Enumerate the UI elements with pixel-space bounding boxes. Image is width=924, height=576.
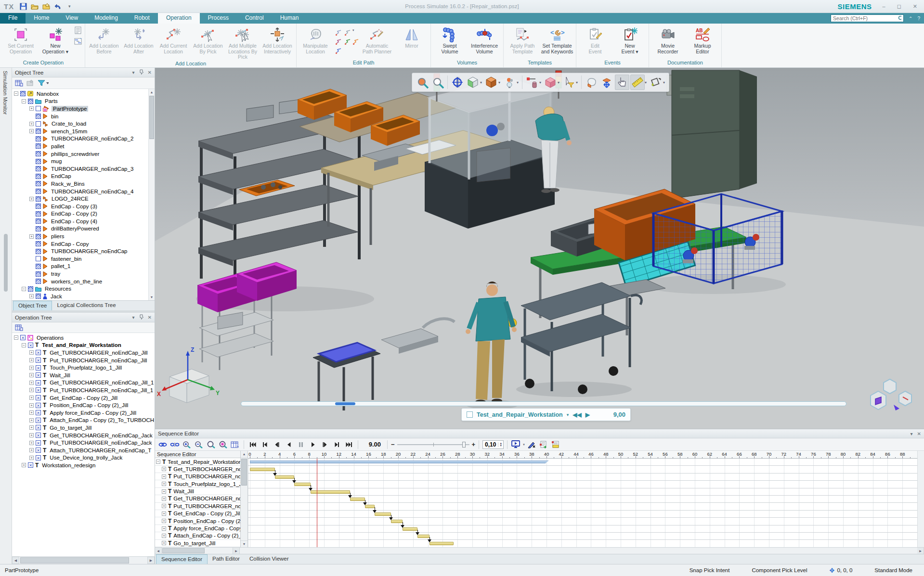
- left-dock-hscrollbar[interactable]: ◀ ▶: [12, 556, 155, 564]
- pause-icon[interactable]: [296, 440, 306, 449]
- object-tree-item[interactable]: EndCap - Copy (2): [12, 210, 148, 218]
- object-tree-item[interactable]: +pliers: [12, 232, 148, 240]
- operation-tree-item[interactable]: −Operations: [12, 334, 155, 342]
- expander-icon[interactable]: +: [162, 482, 166, 486]
- panel-menu-icon[interactable]: ▾: [132, 315, 135, 320]
- center-target-icon[interactable]: [450, 75, 465, 90]
- dropdown-caret-icon[interactable]: ▾: [539, 80, 541, 85]
- pick-filter-icon[interactable]: [561, 75, 576, 90]
- visibility-checkbox[interactable]: [36, 234, 41, 239]
- skip-end-icon[interactable]: [344, 440, 354, 449]
- flip-locations-icon[interactable]: [334, 28, 343, 37]
- apply-template-button[interactable]: Apply Path Template: [506, 25, 539, 59]
- sequence-row[interactable]: +TPut_TURBOCHARGER_noEndCap_Jill: [155, 473, 240, 480]
- object-tree-item[interactable]: +Crate_to_load: [12, 120, 148, 128]
- reverse-path-icon[interactable]: [343, 28, 352, 37]
- loc-multi-button[interactable]: Add Multiple Locations By Pick: [226, 25, 260, 60]
- object-tree-item[interactable]: +MPartPrototype: [12, 105, 148, 113]
- chevron-down-icon[interactable]: ▾: [567, 412, 569, 417]
- gantt-bar[interactable]: [350, 498, 365, 501]
- expander-icon[interactable]: −: [14, 91, 18, 96]
- expander-icon[interactable]: −: [22, 99, 26, 103]
- step-back-icon[interactable]: [272, 440, 282, 449]
- pin-icon[interactable]: [139, 69, 143, 76]
- visibility-checkbox[interactable]: [36, 365, 41, 371]
- operation-tree-item[interactable]: +TAttach_EndCap - Copy (2)_To_TURBOCH: [12, 417, 155, 424]
- visibility-checkbox[interactable]: [36, 448, 41, 453]
- visibility-checkbox[interactable]: [36, 380, 41, 385]
- set-template-button[interactable]: <>Set Template and Keywords: [540, 25, 574, 59]
- operation-tree-item[interactable]: +TPut_TURBOCHARGER_noEndCap_Jack: [12, 439, 155, 447]
- object-tree-tab-logical-collections-tree[interactable]: Logical Collections Tree: [52, 301, 120, 310]
- object-tree-item[interactable]: EndCap: [12, 173, 148, 180]
- expander-icon[interactable]: +: [29, 441, 34, 445]
- shaded-cube-icon[interactable]: [484, 75, 498, 90]
- tab-modeling[interactable]: Modeling: [86, 13, 126, 24]
- set-current-operation-button[interactable]: Set Current Operation: [4, 25, 38, 59]
- search-box[interactable]: [831, 14, 904, 22]
- dropdown-caret-icon[interactable]: ▾: [663, 80, 665, 85]
- step-down-icon[interactable]: ▼: [498, 445, 503, 447]
- expander-icon[interactable]: +: [162, 504, 166, 508]
- dropdown-caret-icon[interactable]: ▾: [645, 80, 647, 85]
- gantt-bar[interactable]: [294, 483, 311, 486]
- visibility-checkbox[interactable]: [36, 189, 41, 194]
- visibility-checkbox[interactable]: [28, 99, 33, 104]
- expander-icon[interactable]: +: [162, 467, 166, 471]
- visibility-checkbox[interactable]: [36, 387, 41, 393]
- visibility-checkbox[interactable]: [36, 114, 41, 119]
- object-tree-item[interactable]: TURBOCHARGER_noEndCap: [12, 247, 148, 255]
- link-icon[interactable]: [157, 440, 168, 449]
- visibility-checkbox[interactable]: [36, 151, 41, 156]
- expander-icon[interactable]: +: [29, 122, 34, 126]
- sequence-vscrollbar[interactable]: ▲ ▼: [241, 451, 248, 547]
- operation-tree-item[interactable]: +TWait_Jill: [12, 371, 155, 379]
- visibility-checkbox[interactable]: [36, 128, 41, 134]
- grid-columns-icon[interactable]: [230, 440, 240, 449]
- tab-control[interactable]: Control: [237, 13, 272, 24]
- sequence-row[interactable]: +TGet_EndCap - Copy (2)_Jill: [155, 510, 240, 517]
- object-tree-item[interactable]: phillips_screwdriver: [12, 150, 148, 158]
- sequence-row[interactable]: +TGo_to_target_Jill: [155, 540, 240, 547]
- relocate-icon[interactable]: [599, 75, 614, 90]
- frame-forward-icon[interactable]: [332, 440, 342, 449]
- operation-tree-item[interactable]: +TTouch_Pruefplatz_logo_1_Jill: [12, 364, 155, 371]
- sequence-hscrollbar[interactable]: ◀ ▶ ▶: [155, 547, 924, 554]
- search-input[interactable]: [833, 15, 898, 21]
- expander-icon[interactable]: +: [29, 403, 34, 408]
- sequence-row[interactable]: +TAttach_EndCap - Copy (2)_To_TURBOCH: [155, 532, 240, 539]
- play-button[interactable]: ▶: [586, 411, 590, 418]
- visibility-checkbox[interactable]: [20, 335, 26, 340]
- gantt-bar[interactable]: [365, 505, 375, 508]
- sequence-row[interactable]: +TTouch_Pruefplatz_logo_1_Jill: [155, 480, 240, 487]
- strip-scroll-thumb[interactable]: [4, 234, 8, 292]
- tab-robot[interactable]: Robot: [126, 13, 158, 24]
- open-recent-icon[interactable]: [42, 2, 51, 11]
- sequence-row[interactable]: +TGet_TURBOCHARGER_noEndCap_Jill_1: [155, 495, 240, 502]
- zoom-plus-icon[interactable]: +: [472, 441, 476, 448]
- visibility-checkbox[interactable]: [36, 159, 41, 164]
- sequence-row[interactable]: +TApply force_EndCap - Copy (2)_Jill: [155, 525, 240, 532]
- object-tree-tab-object-tree[interactable]: Object Tree: [13, 301, 52, 310]
- expander-icon[interactable]: +: [29, 294, 34, 298]
- tab-home[interactable]: Home: [26, 13, 57, 24]
- bottom-tab-path-editor[interactable]: Path Editor: [208, 554, 245, 564]
- visibility-checkbox[interactable]: [36, 418, 41, 423]
- play-backward-icon[interactable]: [284, 440, 294, 449]
- quick-access-caret-icon[interactable]: ▾: [65, 2, 74, 11]
- time-cursor[interactable]: [317, 459, 317, 547]
- align-locations-icon[interactable]: [334, 47, 343, 55]
- view-cube-icon[interactable]: [466, 75, 480, 90]
- hand-pointer-icon[interactable]: [615, 75, 629, 90]
- scroll-up-icon[interactable]: ▲: [241, 451, 247, 458]
- object-tree-item[interactable]: −Resources: [12, 285, 148, 293]
- expander-icon[interactable]: −: [156, 460, 160, 464]
- unlink-icon[interactable]: [169, 440, 180, 449]
- loc-pick-button[interactable]: Add Location By Pick: [191, 25, 225, 60]
- operation-tree-item[interactable]: +TPosition_EndCap - Copy (2)_Jill: [12, 401, 155, 409]
- object-tree-item[interactable]: EndCap - Copy: [12, 240, 148, 248]
- dropdown-caret-icon[interactable]: ▾: [480, 80, 482, 85]
- expander-icon[interactable]: +: [162, 489, 166, 494]
- gantt-right-scrollbar[interactable]: [917, 451, 924, 547]
- markup-button[interactable]: ABMarkup Editor: [686, 25, 719, 59]
